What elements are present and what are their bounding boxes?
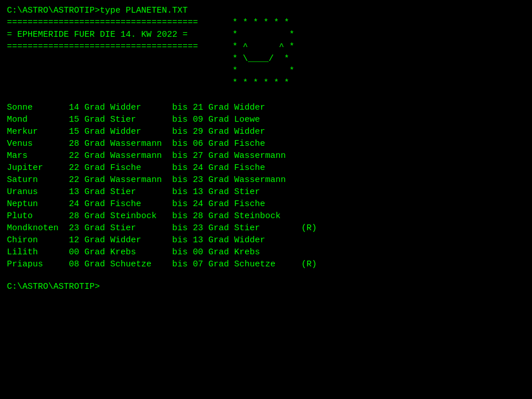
- planet-row: Pluto 28 Grad Steinbock bis 28 Grad Stei…: [7, 210, 525, 222]
- planet-row: Mond 15 Grad Stier bis 09 Grad Loewe: [7, 114, 525, 126]
- header-line1: =====================================: [7, 17, 198, 29]
- planet-row: Mondknoten 23 Grad Stier bis 23 Grad Sti…: [7, 222, 525, 234]
- face-art-line: * * * * * *: [232, 17, 294, 29]
- planet-row: Priapus 08 Grad Schuetze bis 07 Grad Sch…: [7, 258, 525, 270]
- prompt-end: C:\ASTRO\ASTROTIP>: [7, 281, 525, 293]
- terminal: C:\ASTRO\ASTROTIP>type PLANETEN.TXT ====…: [7, 5, 525, 293]
- header-line3: =====================================: [7, 41, 198, 53]
- header-line2: = EPHEMERIDE FUER DIE 14. KW 2022 =: [7, 29, 198, 41]
- face-art-line: * ^ ^ *: [232, 41, 294, 53]
- face-art: * * * * * ** ** ^ ^ ** \____/ ** ** * * …: [232, 17, 294, 89]
- command-line: C:\ASTRO\ASTROTIP>type PLANETEN.TXT: [7, 5, 525, 17]
- planet-row: Jupiter 22 Grad Fische bis 24 Grad Fisch…: [7, 162, 525, 174]
- face-art-line: * *: [232, 29, 294, 41]
- planet-row: Merkur 15 Grad Widder bis 29 Grad Widder: [7, 126, 525, 138]
- face-art-line: * \____/ *: [232, 53, 294, 65]
- planet-row: Lilith 00 Grad Krebs bis 00 Grad Krebs: [7, 246, 525, 258]
- planet-row: Chiron 12 Grad Widder bis 13 Grad Widder: [7, 234, 525, 246]
- face-art-line: * * * * * *: [232, 77, 294, 89]
- planet-row: Neptun 24 Grad Fische bis 24 Grad Fische: [7, 198, 525, 210]
- planet-row: Mars 22 Grad Wassermann bis 27 Grad Wass…: [7, 150, 525, 162]
- top-section: ===================================== = …: [7, 17, 525, 89]
- planet-row: Venus 28 Grad Wassermann bis 06 Grad Fis…: [7, 138, 525, 150]
- planet-row: Sonne 14 Grad Widder bis 21 Grad Widder: [7, 102, 525, 114]
- header-box: ===================================== = …: [7, 17, 198, 89]
- face-art-line: * *: [232, 65, 294, 77]
- planet-table: Sonne 14 Grad Widder bis 21 Grad Widder …: [7, 102, 525, 270]
- planet-row: Saturn 22 Grad Wassermann bis 23 Grad Wa…: [7, 174, 525, 186]
- planet-row: Uranus 13 Grad Stier bis 13 Grad Stier: [7, 186, 525, 198]
